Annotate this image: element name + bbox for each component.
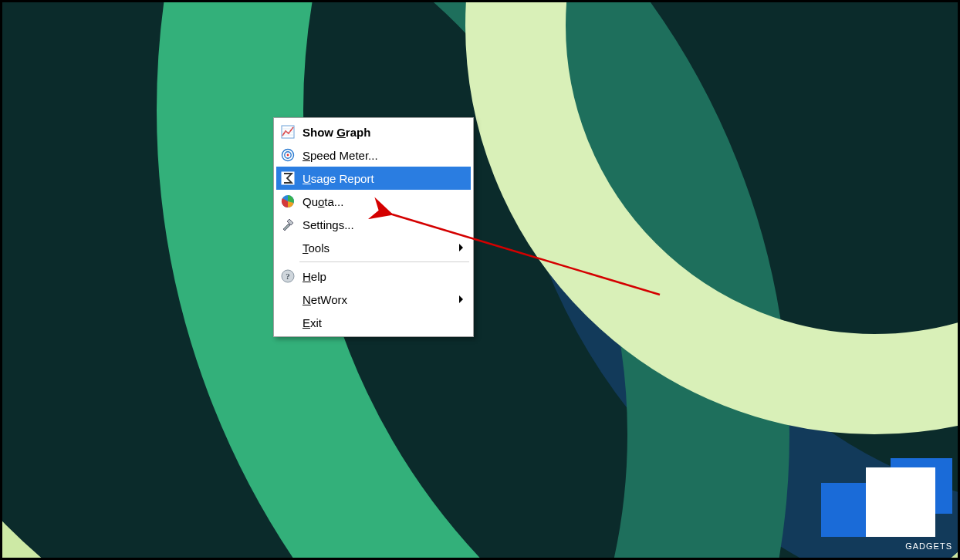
menu-item-label: NetWorx	[298, 293, 459, 306]
tools-icon	[278, 218, 298, 231]
menu-item-speed-meter[interactable]: Speed Meter...	[276, 143, 471, 167]
submenu-arrow-icon	[459, 244, 463, 251]
submenu-arrow-icon	[459, 295, 463, 303]
svg-text:?: ?	[286, 272, 290, 281]
menu-item-label: Settings...	[298, 218, 468, 231]
menu-item-usage-report[interactable]: Usage Report	[276, 167, 471, 190]
pie-icon	[278, 194, 298, 208]
menu-item-quota[interactable]: Quota...	[276, 190, 471, 213]
menu-item-label: Exit	[298, 316, 468, 329]
menu-item-show-graph[interactable]: Show Graph	[276, 120, 471, 143]
watermark-text: GADGETS	[905, 541, 952, 551]
menu-item-networx[interactable]: NetWorx	[276, 288, 471, 311]
help-icon: ?	[278, 269, 298, 283]
menu-item-label: Help	[298, 270, 468, 283]
menu-item-settings[interactable]: Settings...	[276, 213, 471, 236]
tray-context-menu: Show GraphSpeed Meter...Usage ReportQuot…	[273, 117, 474, 337]
menu-item-label: Quota...	[298, 195, 468, 208]
watermark-logo: GADGETS	[798, 458, 952, 551]
menu-item-exit[interactable]: Exit	[276, 311, 471, 334]
graph-icon	[278, 125, 298, 139]
menu-item-tools[interactable]: Tools	[276, 236, 471, 259]
menu-separator	[299, 261, 469, 262]
menu-item-help[interactable]: ?Help	[276, 265, 471, 288]
menu-item-label: Speed Meter...	[298, 149, 468, 162]
menu-item-label: Show Graph	[298, 126, 468, 139]
sigma-icon	[278, 171, 298, 185]
svg-point-6	[287, 154, 289, 157]
menu-item-label: Tools	[298, 241, 459, 255]
target-icon	[278, 148, 298, 162]
menu-item-label: Usage Report	[298, 172, 468, 185]
